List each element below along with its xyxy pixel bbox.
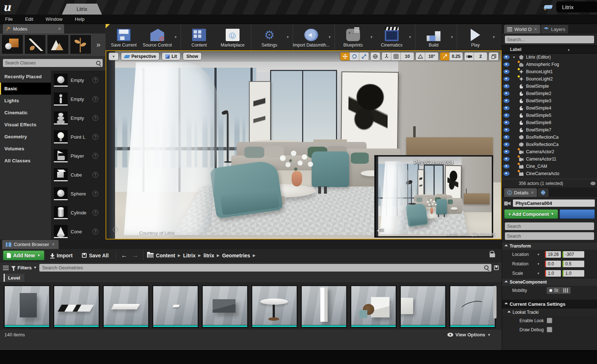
details-search-input[interactable]: Search [505, 232, 594, 240]
filters-button[interactable]: Filters▼ [11, 265, 37, 270]
dropdown-caret-icon[interactable]: ▼ [492, 24, 497, 50]
outliner-view-icon[interactable] [590, 182, 596, 185]
scenecomponent-section-header[interactable]: SceneComponent [502, 278, 597, 286]
dropdown-caret-icon[interactable]: ▼ [328, 24, 333, 50]
paint-mode-button[interactable] [24, 35, 46, 54]
visibility-eye-icon[interactable] [503, 84, 510, 88]
tutorial-cap-icon[interactable] [544, 3, 553, 12]
breadcrumb-litrix[interactable]: Litrix [183, 253, 195, 258]
marketplace-button[interactable]: Marketplace [216, 24, 249, 50]
transform-y-field[interactable]: 0.5 [562, 261, 584, 267]
category-geometry[interactable]: Geometry [0, 131, 51, 143]
grid-snap-value[interactable]: 10 [401, 52, 414, 60]
level-viewport[interactable]: ▼ Perspective Lit Show [106, 50, 502, 240]
pip-pin-icon[interactable] [379, 228, 384, 233]
asset-thumbnail-pillar-white[interactable] [301, 285, 347, 328]
world-local-space-button[interactable] [371, 52, 380, 60]
mobility-static-segment[interactable]: St [547, 287, 561, 294]
transform-x-field[interactable]: 19.26 [545, 251, 561, 258]
breadcrumb-litrix[interactable]: litrix [203, 253, 214, 258]
world-outliner-tab[interactable]: World O ✕ [504, 25, 540, 33]
outliner-row[interactable]: BowlSimple3 [502, 97, 597, 104]
outliner-row[interactable]: ▾Litrix (Editor) [502, 54, 597, 61]
dropdown-caret-icon[interactable]: ▼ [408, 24, 414, 50]
place-item-empty[interactable]: Empty? [51, 108, 106, 127]
asset-thumbnail-slab-marble[interactable] [53, 285, 100, 328]
surface-snap-button[interactable] [382, 52, 391, 60]
project-tab[interactable]: Litrix [62, 4, 102, 15]
place-item-cube[interactable]: Cube? [51, 165, 106, 184]
modes-tab[interactable]: Modes ✕ [3, 24, 64, 33]
world-settings-tab[interactable] [538, 188, 549, 197]
forward-button[interactable]: → [131, 252, 139, 259]
visibility-eye-icon[interactable] [503, 164, 510, 169]
mobility-control[interactable]: St [546, 287, 571, 294]
rotate-tool-button[interactable] [350, 52, 359, 60]
outliner-label-header[interactable]: Label▲ [502, 46, 597, 54]
visibility-eye-icon[interactable] [503, 157, 510, 161]
cinematics-button[interactable]: Cinematics [375, 24, 408, 50]
add-new-button[interactable]: Add New▼ [3, 250, 44, 260]
outliner-tab-close-icon[interactable]: ✕ [534, 27, 537, 32]
viewport-perspective-button[interactable]: Perspective [121, 52, 159, 60]
asset-thumbnail-wire[interactable] [449, 285, 496, 328]
outliner-row[interactable]: BounceLight2 [502, 75, 597, 83]
outliner-row[interactable]: BoxReflectionCa [502, 134, 597, 141]
place-item-empty[interactable]: Empty? [51, 90, 106, 108]
transform-x-field[interactable]: 0.0 [545, 261, 561, 267]
outliner-row[interactable]: Atmospheric Fog [502, 61, 597, 68]
transform-x-field[interactable]: 1.0 [545, 270, 561, 277]
menu-help[interactable]: Help [75, 16, 85, 22]
dropdown-caret-icon[interactable]: ▼ [537, 272, 540, 275]
category-basic[interactable]: Basic [0, 83, 51, 95]
asset-thumbnail-table-round[interactable] [251, 285, 298, 328]
expander-icon[interactable]: ▾ [511, 55, 517, 59]
blueprints-button[interactable]: Blueprints [336, 24, 370, 50]
content-button[interactable]: Content [182, 24, 216, 50]
outliner-search-input[interactable]: Search... [505, 36, 594, 43]
place-item-point-l[interactable]: Point L? [51, 127, 106, 146]
outliner-row[interactable]: CameraActor2 [502, 148, 597, 155]
scale-snap-value[interactable]: 0.25 [450, 52, 463, 60]
dropdown-caret-icon[interactable]: ▼ [537, 253, 540, 256]
dropdown-caret-icon[interactable]: ▼ [174, 24, 179, 50]
category-visual-effects[interactable]: Visual Effects [0, 119, 51, 131]
asset-thumbnail-cluster[interactable] [350, 285, 397, 328]
breadcrumb-content[interactable]: Content [156, 253, 175, 258]
visibility-eye-icon[interactable] [503, 106, 510, 110]
visibility-eye-icon[interactable] [503, 70, 510, 74]
outliner-row[interactable]: CineCameraActo [502, 170, 597, 177]
import-datasmith-button[interactable]: Import Datasmith... [294, 24, 328, 50]
visibility-eye-icon[interactable] [503, 120, 510, 125]
place-item-empty[interactable]: Empty? [51, 71, 106, 90]
blueprint-button[interactable] [560, 209, 595, 219]
play-button[interactable]: Play [459, 24, 492, 50]
visibility-eye-icon[interactable] [503, 142, 510, 147]
menu-file[interactable]: File [5, 16, 13, 22]
place-item-cylinde[interactable]: Cylinde? [51, 203, 106, 222]
place-item-sphere[interactable]: Sphere? [51, 184, 106, 203]
outliner-row[interactable]: BounceLight1 [502, 68, 597, 75]
breadcrumb-geometries[interactable]: Geometries [222, 253, 250, 258]
back-button[interactable]: ← [120, 252, 129, 259]
landscape-mode-button[interactable] [47, 35, 69, 54]
actor-name-field[interactable]: PhysCamera004 [513, 199, 595, 207]
settings-button[interactable]: ⚙Settings [253, 24, 286, 50]
mobility-movable-segment[interactable] [561, 287, 571, 294]
outliner-row[interactable]: BowlSimple4 [502, 104, 597, 112]
dropdown-caret-icon[interactable]: ▼ [370, 24, 375, 50]
modes-tab-close-icon[interactable]: ✕ [58, 27, 61, 31]
outliner-row[interactable]: BowlSimple7 [502, 126, 597, 134]
visibility-eye-icon[interactable] [503, 62, 510, 67]
draw-debug-checkbox[interactable] [547, 327, 552, 332]
level-path-chip[interactable]: Level [4, 274, 24, 282]
more-modes-chevron-icon[interactable]: » [92, 35, 104, 54]
transform-section-header[interactable]: Transform [502, 242, 597, 250]
rotation-snap-button[interactable] [416, 52, 425, 60]
details-tab[interactable]: Details ✕ [504, 188, 537, 197]
import-button[interactable]: Import [47, 250, 76, 260]
outliner-row[interactable]: BoxReflectionCa [502, 141, 597, 148]
category-all-classes[interactable]: All Classes [0, 155, 51, 167]
transform-y-field[interactable]: -307 [562, 251, 584, 258]
place-mode-button[interactable] [1, 35, 23, 54]
